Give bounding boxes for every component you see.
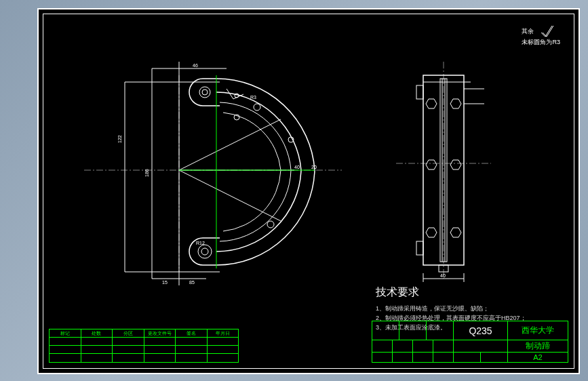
- tech-req-item: 1、制动蹄采用铸造，保证无沙眼、缺陷；: [376, 304, 526, 313]
- rev-header: 签名: [176, 329, 208, 337]
- svg-point-18: [267, 221, 274, 228]
- svg-point-11: [198, 245, 212, 258]
- sheet-size: A2: [508, 353, 568, 362]
- dim-122: 122: [117, 135, 122, 143]
- dim-side-40: 40: [440, 273, 446, 278]
- dim-r3: R3: [250, 95, 256, 100]
- svg-marker-33: [426, 160, 437, 169]
- rev-header: 处数: [81, 329, 113, 337]
- rev-header: 更改文件号: [144, 329, 176, 337]
- svg-marker-36: [450, 160, 461, 169]
- svg-marker-34: [426, 228, 437, 237]
- drawing-frame: 其余 未标圆角为R3: [37, 8, 580, 374]
- dim-r12: R12: [196, 241, 205, 245]
- svg-point-9: [199, 87, 210, 98]
- main-orthographic-view: 46 15 85 122 186 40 20 R3 R12: [84, 41, 342, 292]
- drawing-canvas: 其余 未标圆角为R3: [43, 14, 574, 368]
- svg-point-16: [254, 104, 260, 111]
- main-view-svg: 46 15 85 122 186 40 20 R3 R12: [84, 41, 342, 292]
- dim-85b: 85: [189, 280, 195, 285]
- rev-header: 年月日: [208, 329, 239, 337]
- svg-marker-37: [450, 228, 461, 237]
- tech-req-title: 技术要求: [376, 285, 526, 300]
- inner-border: 其余 未标圆角为R3: [43, 14, 574, 369]
- surface-rest-label: 其余: [522, 27, 534, 36]
- side-orthographic-view: 40: [383, 62, 505, 279]
- dim-186: 186: [144, 169, 149, 177]
- hex-bolt-icon: [426, 99, 437, 237]
- revision-table: 标记 处数 分区 更改文件号 签名 年月日: [49, 329, 239, 363]
- part-name: 制动蹄: [508, 340, 568, 352]
- svg-point-12: [201, 248, 208, 255]
- university-name: 西华大学: [508, 321, 568, 340]
- rev-header: 标记: [50, 329, 81, 337]
- svg-line-13: [179, 119, 281, 170]
- surface-radius-spec: 未标圆角为R3: [522, 38, 560, 47]
- svg-point-10: [202, 89, 208, 95]
- dim-15: 15: [162, 280, 168, 285]
- dim-46: 46: [193, 63, 198, 68]
- svg-marker-35: [450, 99, 461, 108]
- surface-symbol-icon: [540, 24, 560, 38]
- svg-rect-30: [416, 85, 423, 99]
- dim-20: 20: [311, 165, 317, 169]
- title-block: Q235 西华大学 制动蹄: [372, 321, 568, 363]
- surface-finish-note: 其余 未标圆角为R3: [522, 24, 560, 47]
- svg-marker-32: [426, 99, 437, 108]
- dim-40a: 40: [294, 165, 300, 169]
- side-view-svg: 40: [383, 62, 505, 292]
- svg-rect-31: [416, 241, 423, 255]
- rev-header: 分区: [113, 329, 144, 337]
- hex-bolt-icon-r: [450, 99, 461, 237]
- svg-line-14: [179, 170, 281, 221]
- material-label: Q235: [469, 325, 492, 336]
